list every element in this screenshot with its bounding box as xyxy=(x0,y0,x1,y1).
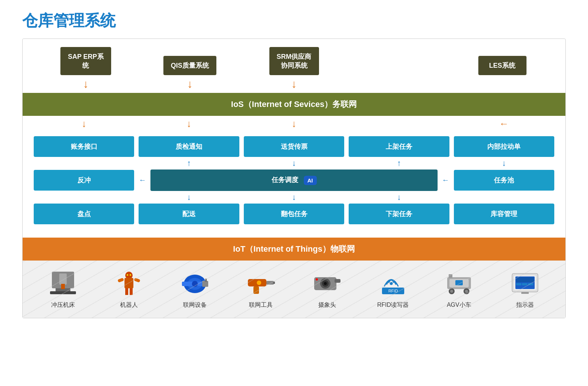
module-zhijian: 质检通知 xyxy=(139,136,239,157)
device-indicator: 指示器 xyxy=(492,268,558,309)
module-shangjia: 上架任务 xyxy=(349,136,449,157)
svg-rect-10 xyxy=(125,288,128,295)
svg-rect-2 xyxy=(54,291,72,293)
svg-rect-22 xyxy=(273,282,275,284)
arrow-right-to-pool: ← xyxy=(442,176,449,184)
svg-rect-35 xyxy=(449,279,469,287)
svg-point-12 xyxy=(127,274,128,276)
indicator-icon xyxy=(508,268,542,298)
motor-icon xyxy=(178,268,212,298)
arrow-les-down: ↓ xyxy=(450,78,554,90)
device-drill-label: 联网工具 xyxy=(249,301,273,309)
svg-rect-49 xyxy=(521,292,529,294)
device-rfid-label: RFID读写器 xyxy=(377,301,409,309)
svg-point-24 xyxy=(257,281,261,285)
svg-rect-4 xyxy=(61,284,65,289)
device-agv-label: AGV小车 xyxy=(447,301,471,309)
svg-rect-9 xyxy=(134,278,140,282)
svg-point-15 xyxy=(187,278,202,290)
svg-rect-41 xyxy=(449,274,452,278)
drill-icon xyxy=(244,268,278,298)
middle-area: ↓ ↓ ↓ ↑ ← 账务接口 质检通知 送货传票 xyxy=(23,116,565,231)
arrow-qis-down: ↓ xyxy=(138,78,242,90)
svg-point-38 xyxy=(464,288,469,294)
device-motor: 联网设备 xyxy=(162,268,228,309)
device-camera: 摄象头 xyxy=(294,268,360,309)
row2-middle: 反冲 ← 任务调度 AI ← 任务池 xyxy=(34,169,554,191)
top-systems-row: SAP ERP系 统 QIS质量系统 SRM供应商 协同系统 LES系统 xyxy=(23,39,565,75)
devices-area: 冲压机床 机器人 xyxy=(23,261,565,318)
device-robot: 机器人 xyxy=(96,268,162,309)
svg-rect-23 xyxy=(253,286,259,294)
svg-rect-25 xyxy=(314,277,336,290)
svg-point-31 xyxy=(390,282,393,285)
svg-point-36 xyxy=(449,288,455,294)
module-xiajia: 下架任务 xyxy=(349,204,449,224)
svg-rect-44 xyxy=(515,276,535,289)
row1-arrows: ↓ ↓ ↓ ↑ ← xyxy=(34,116,554,130)
camera-icon xyxy=(310,268,344,298)
system-box-srm: SRM供应商 协同系统 xyxy=(269,47,319,75)
module-renwuchi: 任务池 xyxy=(454,170,554,191)
svg-rect-48 xyxy=(528,283,533,285)
ai-badge: AI xyxy=(304,176,317,185)
svg-point-28 xyxy=(324,282,327,285)
arrow-srm-down: ↓ xyxy=(242,78,346,90)
module-songhuo: 送货传票 xyxy=(244,136,344,157)
page-title: 仓库管理系统 xyxy=(0,0,588,38)
device-indicator-label: 指示器 xyxy=(516,301,534,309)
svg-rect-0 xyxy=(52,272,74,288)
module-kurong: 库容管理 xyxy=(454,204,554,224)
svg-rect-21 xyxy=(266,281,274,285)
svg-rect-16 xyxy=(182,282,208,286)
svg-rect-11 xyxy=(130,288,133,295)
device-motor-label: 联网设备 xyxy=(183,301,207,309)
module-zhangwu: 账务接口 xyxy=(34,136,134,157)
module-fanbao: 翻包任务 xyxy=(244,204,344,224)
svg-rect-18 xyxy=(202,281,208,287)
row3-modules: 盘点 配送 翻包任务 下架任务 库容管理 xyxy=(34,204,554,231)
svg-rect-42 xyxy=(512,273,538,292)
device-camera-label: 摄象头 xyxy=(318,301,336,309)
svg-point-27 xyxy=(322,280,329,287)
device-stamping: 冲压机床 xyxy=(30,268,96,309)
devices-area-wrapper: 冲压机床 机器人 xyxy=(23,261,565,318)
ios-bar: IoS（Internet of Sevices）务联网 xyxy=(23,93,565,116)
svg-rect-1 xyxy=(56,288,70,291)
svg-rect-34 xyxy=(447,277,471,289)
arrow-sap-down: ↓ xyxy=(34,78,138,90)
main-diagram: SAP ERP系 统 QIS质量系统 SRM供应商 协同系统 LES系统 xyxy=(22,38,566,318)
svg-point-17 xyxy=(192,281,198,287)
device-robot-label: 机器人 xyxy=(120,301,138,309)
system-box-les: LES系统 xyxy=(478,56,526,75)
svg-point-37 xyxy=(450,290,453,293)
module-pandian: 盘点 xyxy=(34,204,134,224)
svg-rect-29 xyxy=(335,279,340,283)
svg-rect-32 xyxy=(382,288,404,294)
svg-rect-3 xyxy=(59,273,67,285)
svg-point-26 xyxy=(320,278,330,289)
system-box-sap: SAP ERP系 统 xyxy=(60,47,111,75)
agv-icon xyxy=(442,268,476,298)
top-connectors: ↓ ↓ ↓ ↓ ↓ xyxy=(23,75,565,93)
row1-to-2-arrows: ↑ ↓ ↑ ↓ xyxy=(34,157,554,169)
svg-rect-7 xyxy=(124,278,133,288)
device-agv: AGV小车 xyxy=(426,268,492,309)
rfid-icon: RFID xyxy=(376,268,410,298)
row2-to-3-arrows: ↓ ↓ ↓ xyxy=(34,191,554,204)
svg-rect-47 xyxy=(522,283,527,285)
svg-rect-8 xyxy=(117,278,124,282)
svg-point-13 xyxy=(130,274,131,276)
svg-point-6 xyxy=(125,272,133,279)
module-fanchong: 反冲 xyxy=(34,170,134,191)
stamping-icon xyxy=(46,268,80,298)
svg-rect-19 xyxy=(205,279,207,282)
system-box-qis: QIS质量系统 xyxy=(163,56,216,75)
device-drill: 联网工具 xyxy=(228,268,294,309)
svg-rect-43 xyxy=(514,275,536,290)
svg-text:RFID: RFID xyxy=(388,289,398,293)
robot-icon xyxy=(112,268,146,298)
row1-modules: 账务接口 质检通知 送货传票 上架任务 内部拉动单 xyxy=(34,130,554,157)
module-renwu-diaodu: 任务调度 AI xyxy=(150,169,437,191)
device-stamping-label: 冲压机床 xyxy=(51,301,75,309)
